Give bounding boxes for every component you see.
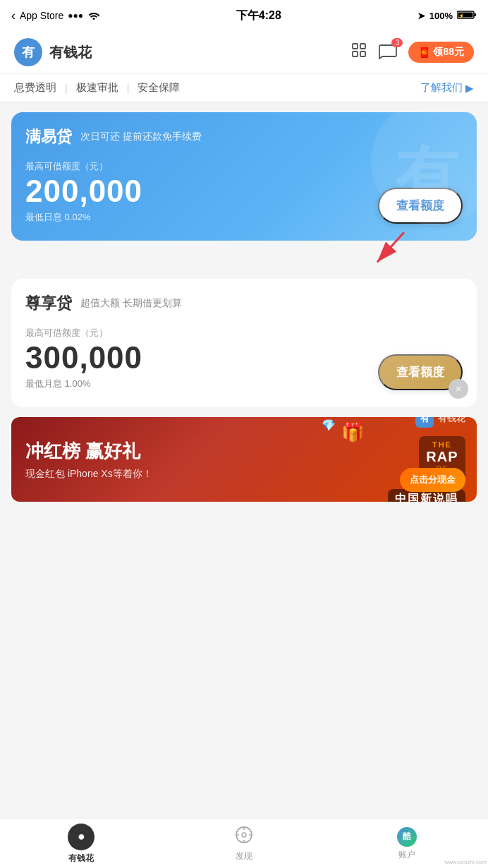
message-icon-wrap[interactable]: 3 bbox=[379, 42, 397, 62]
purple-gem-icon: 💎 bbox=[322, 418, 336, 432]
bottom-nav: ● 有钱花 发现 酷 账户 www.coozhi.com bbox=[0, 819, 488, 868]
banner-logo-text: 有钱花 bbox=[438, 417, 465, 425]
nav-item-account[interactable]: 酷 账户 www.coozhi.com bbox=[325, 821, 488, 867]
card1-body: 最高可借额度（元） 200,000 最低日息 0.02% 查看额度 bbox=[25, 160, 463, 224]
main-content: 满易贷 次日可还 提前还款免手续费 最高可借额度（元） 200,000 最低日息… bbox=[0, 104, 488, 510]
card2-subtitle: 超值大额 长期借更划算 bbox=[80, 297, 182, 310]
header-right: 3 🧧 领88元 bbox=[350, 42, 474, 63]
scan-icon[interactable] bbox=[350, 42, 367, 63]
sub-header-features: 息费透明 | 极速审批 | 安全保障 bbox=[14, 81, 180, 95]
discover-label: 发现 bbox=[236, 850, 252, 862]
card2-amount: 300,000 bbox=[25, 342, 142, 373]
carrier-label: App Store bbox=[20, 10, 63, 21]
card1-check-button[interactable]: 查看额度 bbox=[378, 188, 463, 224]
card1-subtitle: 次日可还 提前还款免手续费 bbox=[80, 131, 202, 143]
card1-amount-label: 最高可借额度（元） bbox=[25, 160, 142, 173]
svg-rect-2 bbox=[474, 13, 476, 16]
coupon-icon: 🧧 bbox=[418, 47, 430, 58]
svg-rect-5 bbox=[360, 44, 365, 49]
card2-amount-section: 最高可借额度（元） 300,000 最低月息 1.00% bbox=[25, 327, 142, 390]
battery-icon: ⚡ bbox=[457, 10, 477, 22]
svg-text:⚡: ⚡ bbox=[458, 13, 465, 19]
card2-title-row: 尊享贷 超值大额 长期借更划算 bbox=[25, 293, 463, 314]
bottom-spacer bbox=[0, 510, 488, 567]
card2-body: 最高可借额度（元） 300,000 最低月息 1.00% 查看额度 bbox=[25, 327, 463, 390]
coupon-button[interactable]: 🧧 领88元 bbox=[408, 42, 474, 63]
account-label: 账户 bbox=[398, 849, 415, 861]
svg-line-9 bbox=[377, 232, 404, 262]
divider-2: | bbox=[127, 83, 130, 94]
app-name: 有钱花 bbox=[49, 43, 92, 62]
back-arrow: ‹ bbox=[11, 8, 16, 23]
red-arrow-icon bbox=[371, 229, 413, 268]
status-right: ➤ 100% ⚡ bbox=[417, 10, 477, 22]
status-left: ‹ App Store ●●● bbox=[11, 8, 100, 23]
home-active-icon: ● bbox=[68, 824, 94, 850]
card1-watermark: 有 bbox=[395, 133, 456, 219]
signal-icon: ●●● bbox=[68, 11, 83, 20]
card2-amount-label: 最高可借额度（元） bbox=[25, 327, 142, 339]
feature-3: 安全保障 bbox=[138, 81, 180, 95]
svg-point-11 bbox=[242, 833, 246, 837]
card1-title-row: 满易贷 次日可还 提前还款免手续费 bbox=[25, 126, 463, 147]
message-badge: 3 bbox=[391, 38, 403, 47]
nav-item-home[interactable]: ● 有钱花 bbox=[0, 818, 163, 869]
header-left: 有 有钱花 bbox=[14, 38, 92, 66]
card1-amount-section: 最高可借额度（元） 200,000 最低日息 0.02% bbox=[25, 160, 142, 224]
nav-item-discover[interactable]: 发现 bbox=[163, 820, 326, 868]
banner-logo-icon: 有 bbox=[415, 417, 434, 428]
discover-icon bbox=[235, 826, 253, 848]
card2-title: 尊享贷 bbox=[25, 293, 72, 314]
banner-title: 冲红榜 赢好礼 bbox=[25, 439, 463, 464]
chevron-right-icon: ▶ bbox=[465, 82, 474, 95]
battery-label: 100% bbox=[429, 11, 453, 21]
account-logo: 酷 bbox=[397, 827, 417, 847]
app-header: 有 有钱花 3 🧧 领88元 bbox=[0, 31, 488, 74]
card1-rate: 最低日息 0.02% bbox=[25, 211, 142, 224]
home-label: 有钱花 bbox=[68, 852, 94, 864]
status-bar: ‹ App Store ●●● 下午4:28 ➤ 100% ⚡ bbox=[0, 0, 488, 31]
account-logo-circle: 酷 bbox=[397, 827, 417, 847]
banner-content-left: 冲红榜 赢好礼 现金红包 iPhone Xs等着你！ bbox=[25, 439, 463, 481]
feature-1: 息费透明 bbox=[14, 81, 56, 95]
time-display: 下午4:28 bbox=[236, 8, 281, 23]
card2-rate: 最低月息 1.00% bbox=[25, 378, 142, 390]
zunxiangdai-card: 尊享贷 超值大额 长期借更划算 最高可借额度（元） 300,000 最低月息 1… bbox=[11, 279, 477, 407]
manyidai-card: 满易贷 次日可还 提前还款免手续费 最高可借额度（元） 200,000 最低日息… bbox=[11, 112, 477, 241]
app-logo: 有 bbox=[14, 38, 42, 66]
svg-rect-4 bbox=[353, 44, 358, 49]
banner-subtitle: 现金红包 iPhone Xs等着你！ bbox=[25, 468, 463, 481]
location-icon: ➤ bbox=[417, 11, 425, 21]
divider-1: | bbox=[65, 83, 68, 94]
banner-app-logo: 有 有钱花 bbox=[415, 417, 465, 428]
promotion-banner[interactable]: 冲红榜 赢好礼 现金红包 iPhone Xs等着你！ 有 有钱花 THE RAP… bbox=[11, 417, 477, 502]
sub-header: 息费透明 | 极速审批 | 安全保障 了解我们 ▶ bbox=[0, 74, 488, 102]
learn-more[interactable]: 了解我们 ▶ bbox=[420, 81, 474, 95]
svg-rect-6 bbox=[353, 52, 358, 56]
card1-amount: 200,000 bbox=[25, 176, 142, 207]
card1-title: 满易贷 bbox=[25, 126, 72, 147]
watermark: www.coozhi.com bbox=[444, 859, 487, 865]
arrow-container bbox=[11, 236, 477, 272]
feature-2: 极速审批 bbox=[76, 81, 118, 95]
card2-close-button[interactable]: × bbox=[449, 379, 468, 399]
wifi-icon bbox=[87, 10, 100, 22]
svg-rect-7 bbox=[360, 52, 365, 56]
